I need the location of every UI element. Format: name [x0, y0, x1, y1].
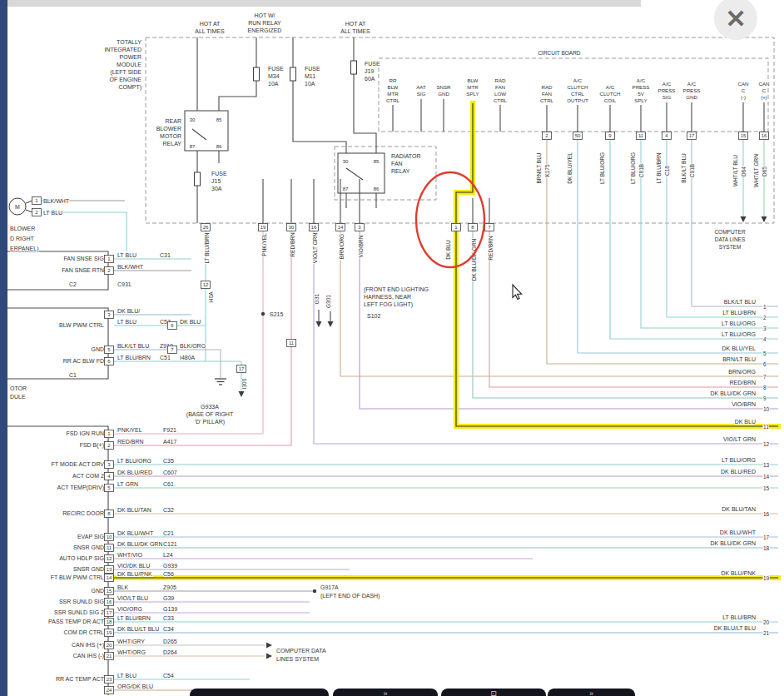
fuse-symbol: [351, 61, 357, 74]
bottom-toolbar: »⊡»: [0, 689, 784, 696]
wire-color-label: BRN/LT BLU: [722, 356, 756, 362]
diagram-label: CTRL: [540, 97, 554, 103]
wire: [192, 129, 206, 140]
diagram-label: 30A: [211, 186, 222, 191]
diagram-label: D64: [741, 167, 747, 176]
wire-color-label: LT BLU/ORG: [722, 331, 756, 337]
wire-color-label: VIO/LT BLU: [117, 595, 148, 601]
diagram-label: ENERGIZED: [248, 27, 282, 33]
circuit-code: D265: [163, 639, 177, 644]
mouse-cursor: [513, 285, 522, 300]
diagram-label: G917A: [320, 584, 339, 590]
wire-color-label: VIO/LT GRN: [723, 436, 756, 442]
toolbar-button[interactable]: ⊡: [441, 689, 546, 696]
signal-label: FSD B(+): [80, 442, 104, 449]
pin-number: 15: [741, 133, 747, 138]
diagram-label: RR: [390, 77, 397, 83]
diagram-label: (LEFT SIDE: [110, 69, 141, 76]
diagram-label: BLK/LT BLU: [681, 153, 687, 183]
diagram-label: G301: [325, 295, 331, 308]
diagram-label: LT BLU/BRN: [656, 152, 662, 183]
diagram-label: BRN/ORG: [339, 234, 345, 259]
signal-label: SSR SUNLD SIG 2: [54, 609, 104, 615]
diagram-label: G933A: [201, 404, 219, 410]
diagram-label: LT BLU: [43, 210, 62, 216]
wire-color-label: BLK/ORG: [180, 343, 206, 349]
wire-color-label: VIO/BRN: [732, 401, 756, 407]
wire-color-label: DK BLU/LT BLU: [714, 625, 756, 631]
circuit-code: C51: [160, 355, 171, 360]
circuit-code: C61: [163, 481, 174, 487]
signal-label: GND: [91, 588, 104, 594]
pin-number: 11: [107, 545, 112, 550]
diagram-label: RED/BRN: [488, 236, 494, 261]
diagram-label: J15: [211, 178, 221, 184]
circuit-code: C21: [163, 530, 174, 536]
diagram-label: 87: [343, 186, 349, 191]
diagram-label: BRN/LT BLU: [536, 152, 542, 183]
diagram-label: A/C: [606, 84, 615, 90]
diagram-label: ALL TIMES: [340, 28, 370, 34]
wire-color-label: DK BLU/WHT: [720, 529, 757, 535]
diagram-label: RAD: [541, 84, 553, 90]
arrow-icon: [266, 643, 272, 649]
toolbar-button[interactable]: »: [333, 689, 438, 696]
toolbar-button[interactable]: »: [548, 689, 635, 696]
wire: [26, 210, 32, 212]
diagram-label: MTR: [467, 84, 479, 90]
top-border-strip: [7, 0, 641, 7]
diagram-label: MOTOR: [160, 133, 181, 139]
circuit-code: C34: [163, 626, 174, 632]
diagram-label: PRESS: [683, 87, 701, 93]
signal-label: SSR SUNLD SIG: [59, 599, 104, 604]
wire-color-label: RED/BRN: [117, 439, 144, 445]
wire-color-label: LT BLU/BRN: [722, 310, 756, 316]
wire-color-label: I480A: [180, 355, 196, 360]
diagram-label: J19: [365, 68, 374, 74]
signal-label: FSD IGN RUN: [67, 430, 105, 436]
signal-label: RR AC TEMP ACT: [56, 676, 105, 682]
diagram-label: S102: [367, 313, 380, 319]
circuit-code: C56: [163, 571, 174, 577]
diagram-label: FUSE: [365, 61, 380, 67]
toolbar-button[interactable]: [190, 689, 329, 696]
wire-color-label: LT BLU: [117, 673, 136, 679]
diagram-label: WHT/LT GRN: [753, 154, 759, 187]
pin-number: 6: [763, 361, 767, 367]
wire: [219, 81, 256, 111]
diagram-label: DK BLU/YEL: [567, 152, 573, 184]
fuse-symbol: [290, 67, 296, 81]
diagram-label: HARNESS, NEAR: [364, 294, 411, 300]
diagram-label: FAN: [542, 91, 552, 97]
signal-label: BLW PWM CTRL: [59, 322, 104, 328]
diagram-label: SIG: [662, 94, 672, 100]
diagram-label: BLOWER: [10, 226, 35, 231]
pin-number: 50: [575, 133, 581, 138]
pin-number: 17: [689, 133, 695, 138]
diagram-label: BLOWER: [156, 126, 181, 132]
diagram-label: CTRL: [571, 91, 585, 97]
diagram-label: CLUTCH: [567, 84, 588, 90]
circuit-code: D264: [163, 649, 177, 655]
splice-dot: [261, 312, 265, 316]
diagram-label: FAN: [495, 84, 505, 90]
diagram-label: S215: [270, 311, 283, 317]
wire-color-label: LT BLU/BRN: [117, 355, 151, 360]
wire: [42, 212, 127, 251]
pin-number: 15: [107, 589, 112, 594]
diagram-label: COMPUTER DATA: [276, 648, 326, 654]
diagram-label: CAN: [737, 81, 748, 87]
wire-color-label: LT BLU/ORG: [117, 458, 151, 464]
wire-color-label: BLK/WHT: [117, 264, 144, 270]
pin-number: 2: [763, 315, 767, 321]
pin-number: 17: [107, 610, 112, 615]
diagram-label: OUTPUT: [567, 97, 588, 103]
diagram-label: A/C: [687, 81, 697, 87]
wire-color-label: LT BLU/BRN: [117, 615, 151, 621]
diagram-label: A/C: [573, 77, 583, 83]
diagram-label: LOW: [494, 91, 506, 97]
pin-number: 13: [107, 567, 112, 572]
diagram-label: FUSE: [305, 66, 320, 72]
yellow-wire-highlight: [456, 103, 778, 426]
pin-number: 16: [762, 133, 767, 138]
